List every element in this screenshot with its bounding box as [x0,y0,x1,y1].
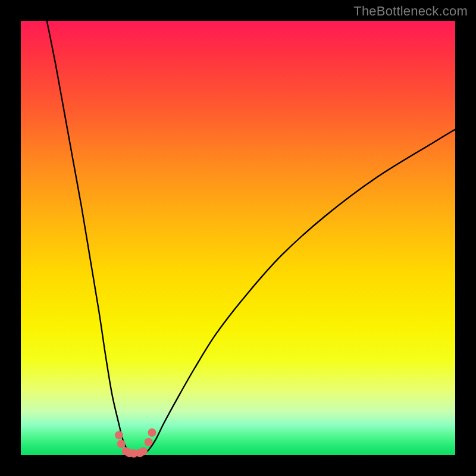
watermark-text: TheBottleneck.com [353,4,468,19]
floor-marker-dot [117,440,126,448]
floor-marker-dot [139,447,148,455]
floor-marker-dot [148,428,156,437]
chart-stage: TheBottleneck.com [0,0,476,476]
floor-marker-dot [145,438,153,446]
curve-layer [21,21,455,455]
floor-marker-dots [115,428,156,458]
plot-area [21,21,455,455]
floor-marker-dot [115,431,123,439]
right-branch-path [145,130,455,454]
left-branch-path [47,21,130,454]
